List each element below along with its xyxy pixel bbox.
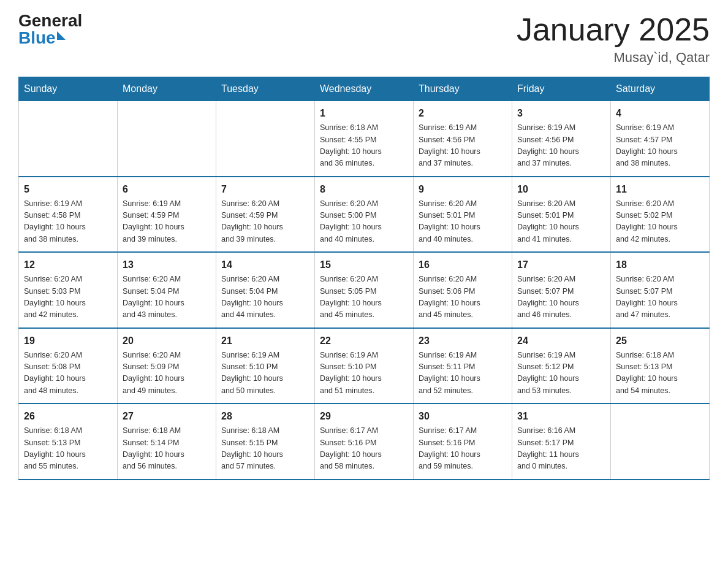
page-header: General Blue January 2025 Musay`id, Qata…	[18, 12, 710, 66]
day-info: Sunrise: 6:19 AMSunset: 4:56 PMDaylight:…	[419, 122, 507, 170]
day-number: 8	[320, 182, 408, 197]
logo-triangle-icon	[57, 31, 66, 40]
table-row: 8Sunrise: 6:20 AMSunset: 5:00 PMDaylight…	[315, 177, 414, 253]
day-number: 1	[320, 106, 408, 121]
calendar-week-row: 5Sunrise: 6:19 AMSunset: 4:58 PMDaylight…	[19, 177, 710, 253]
day-info: Sunrise: 6:18 AMSunset: 5:15 PMDaylight:…	[221, 425, 309, 473]
day-info: Sunrise: 6:20 AMSunset: 5:02 PMDaylight:…	[616, 198, 704, 246]
day-number: 4	[616, 106, 704, 121]
day-info: Sunrise: 6:20 AMSunset: 5:09 PMDaylight:…	[123, 350, 211, 397]
day-number: 5	[24, 182, 112, 197]
day-info: Sunrise: 6:20 AMSunset: 5:04 PMDaylight:…	[123, 274, 211, 321]
table-row: 4Sunrise: 6:19 AMSunset: 4:57 PMDaylight…	[611, 101, 710, 177]
day-info: Sunrise: 6:20 AMSunset: 5:07 PMDaylight:…	[517, 274, 605, 321]
day-number: 25	[616, 334, 704, 348]
table-row: 16Sunrise: 6:20 AMSunset: 5:06 PMDayligh…	[414, 252, 512, 328]
day-info: Sunrise: 6:18 AMSunset: 5:13 PMDaylight:…	[616, 350, 704, 397]
header-friday: Friday	[512, 77, 611, 101]
day-number: 24	[517, 334, 605, 348]
table-row: 20Sunrise: 6:20 AMSunset: 5:09 PMDayligh…	[118, 328, 216, 404]
day-number: 28	[221, 409, 309, 424]
day-number: 26	[24, 409, 112, 424]
day-number: 31	[517, 409, 605, 424]
table-row: 14Sunrise: 6:20 AMSunset: 5:04 PMDayligh…	[216, 252, 315, 328]
day-info: Sunrise: 6:19 AMSunset: 5:10 PMDaylight:…	[221, 350, 309, 397]
calendar-location: Musay`id, Qatar	[517, 50, 710, 66]
day-info: Sunrise: 6:20 AMSunset: 5:07 PMDaylight:…	[616, 274, 704, 321]
day-number: 21	[221, 334, 309, 348]
day-number: 6	[123, 182, 211, 197]
day-info: Sunrise: 6:19 AMSunset: 4:57 PMDaylight:…	[616, 122, 704, 170]
header-wednesday: Wednesday	[315, 77, 414, 101]
table-row	[611, 404, 710, 480]
table-row: 15Sunrise: 6:20 AMSunset: 5:05 PMDayligh…	[315, 252, 414, 328]
table-row: 19Sunrise: 6:20 AMSunset: 5:08 PMDayligh…	[19, 328, 118, 404]
day-info: Sunrise: 6:18 AMSunset: 4:55 PMDaylight:…	[320, 122, 408, 170]
calendar-week-row: 19Sunrise: 6:20 AMSunset: 5:08 PMDayligh…	[19, 328, 710, 404]
day-number: 11	[616, 182, 704, 197]
day-info: Sunrise: 6:20 AMSunset: 4:59 PMDaylight:…	[221, 198, 309, 246]
day-info: Sunrise: 6:20 AMSunset: 5:04 PMDaylight:…	[221, 274, 309, 321]
table-row	[118, 101, 216, 177]
title-block: January 2025 Musay`id, Qatar	[517, 12, 710, 66]
day-number: 12	[24, 258, 112, 272]
day-number: 17	[517, 258, 605, 272]
day-info: Sunrise: 6:19 AMSunset: 5:10 PMDaylight:…	[320, 350, 408, 397]
table-row: 27Sunrise: 6:18 AMSunset: 5:14 PMDayligh…	[118, 404, 216, 480]
header-monday: Monday	[118, 77, 216, 101]
table-row: 2Sunrise: 6:19 AMSunset: 4:56 PMDaylight…	[414, 101, 512, 177]
table-row: 28Sunrise: 6:18 AMSunset: 5:15 PMDayligh…	[216, 404, 315, 480]
calendar-table: Sunday Monday Tuesday Wednesday Thursday…	[18, 77, 710, 480]
table-row	[216, 101, 315, 177]
table-row: 26Sunrise: 6:18 AMSunset: 5:13 PMDayligh…	[19, 404, 118, 480]
table-row: 6Sunrise: 6:19 AMSunset: 4:59 PMDaylight…	[118, 177, 216, 253]
day-number: 13	[123, 258, 211, 272]
day-number: 14	[221, 258, 309, 272]
day-info: Sunrise: 6:17 AMSunset: 5:16 PMDaylight:…	[419, 425, 507, 473]
logo-general-text: General	[18, 12, 82, 29]
calendar-week-row: 26Sunrise: 6:18 AMSunset: 5:13 PMDayligh…	[19, 404, 710, 480]
table-row: 29Sunrise: 6:17 AMSunset: 5:16 PMDayligh…	[315, 404, 414, 480]
day-info: Sunrise: 6:19 AMSunset: 5:11 PMDaylight:…	[419, 350, 507, 397]
logo-blue-text: Blue	[18, 29, 66, 47]
table-row: 12Sunrise: 6:20 AMSunset: 5:03 PMDayligh…	[19, 252, 118, 328]
day-number: 30	[419, 409, 507, 424]
day-info: Sunrise: 6:20 AMSunset: 5:06 PMDaylight:…	[419, 274, 507, 321]
day-number: 20	[123, 334, 211, 348]
day-number: 7	[221, 182, 309, 197]
day-info: Sunrise: 6:19 AMSunset: 4:56 PMDaylight:…	[517, 122, 605, 170]
calendar-week-row: 1Sunrise: 6:18 AMSunset: 4:55 PMDaylight…	[19, 101, 710, 177]
table-row: 9Sunrise: 6:20 AMSunset: 5:01 PMDaylight…	[414, 177, 512, 253]
day-info: Sunrise: 6:19 AMSunset: 4:58 PMDaylight:…	[24, 198, 112, 246]
day-info: Sunrise: 6:20 AMSunset: 5:00 PMDaylight:…	[320, 198, 408, 246]
day-number: 15	[320, 258, 408, 272]
table-row: 21Sunrise: 6:19 AMSunset: 5:10 PMDayligh…	[216, 328, 315, 404]
header-tuesday: Tuesday	[216, 77, 315, 101]
table-row: 31Sunrise: 6:16 AMSunset: 5:17 PMDayligh…	[512, 404, 611, 480]
day-info: Sunrise: 6:20 AMSunset: 5:05 PMDaylight:…	[320, 274, 408, 321]
day-number: 22	[320, 334, 408, 348]
header-sunday: Sunday	[19, 77, 118, 101]
day-info: Sunrise: 6:19 AMSunset: 5:12 PMDaylight:…	[517, 350, 605, 397]
table-row: 3Sunrise: 6:19 AMSunset: 4:56 PMDaylight…	[512, 101, 611, 177]
table-row: 1Sunrise: 6:18 AMSunset: 4:55 PMDaylight…	[315, 101, 414, 177]
day-number: 18	[616, 258, 704, 272]
day-number: 2	[419, 106, 507, 121]
day-number: 27	[123, 409, 211, 424]
day-info: Sunrise: 6:20 AMSunset: 5:01 PMDaylight:…	[419, 198, 507, 246]
day-info: Sunrise: 6:20 AMSunset: 5:01 PMDaylight:…	[517, 198, 605, 246]
day-number: 9	[419, 182, 507, 197]
table-row: 17Sunrise: 6:20 AMSunset: 5:07 PMDayligh…	[512, 252, 611, 328]
day-info: Sunrise: 6:16 AMSunset: 5:17 PMDaylight:…	[517, 425, 605, 473]
table-row: 10Sunrise: 6:20 AMSunset: 5:01 PMDayligh…	[512, 177, 611, 253]
logo: General Blue	[18, 12, 82, 47]
table-row: 13Sunrise: 6:20 AMSunset: 5:04 PMDayligh…	[118, 252, 216, 328]
day-info: Sunrise: 6:20 AMSunset: 5:03 PMDaylight:…	[24, 274, 112, 321]
table-row: 18Sunrise: 6:20 AMSunset: 5:07 PMDayligh…	[611, 252, 710, 328]
day-number: 10	[517, 182, 605, 197]
calendar-week-row: 12Sunrise: 6:20 AMSunset: 5:03 PMDayligh…	[19, 252, 710, 328]
header-thursday: Thursday	[414, 77, 512, 101]
table-row: 25Sunrise: 6:18 AMSunset: 5:13 PMDayligh…	[611, 328, 710, 404]
day-info: Sunrise: 6:19 AMSunset: 4:59 PMDaylight:…	[123, 198, 211, 246]
day-info: Sunrise: 6:18 AMSunset: 5:14 PMDaylight:…	[123, 425, 211, 473]
